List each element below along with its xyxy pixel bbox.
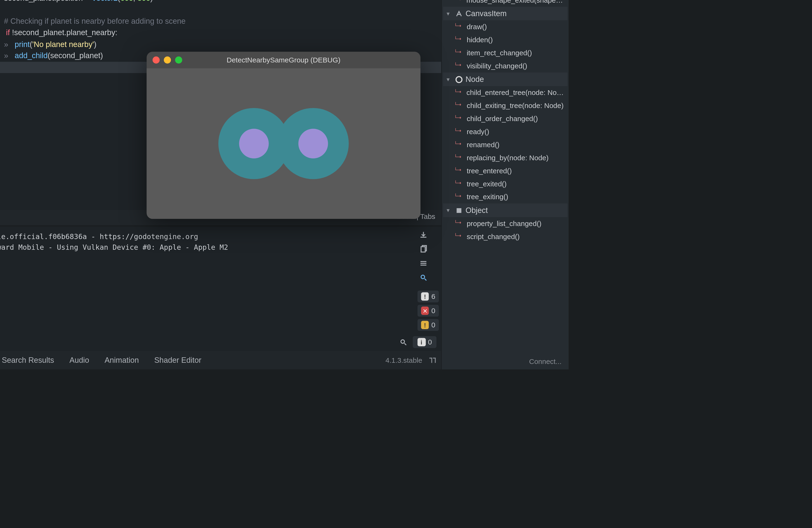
signal-item[interactable]: ⮡visibility_changed() bbox=[443, 59, 567, 72]
signal-item[interactable]: ⮡tree_entered() bbox=[443, 164, 567, 177]
output-download-icon[interactable] bbox=[417, 229, 429, 241]
output-search-icon[interactable] bbox=[417, 272, 429, 283]
tab-audio[interactable]: Audio bbox=[66, 353, 93, 367]
signal-item[interactable]: ⮡ready() bbox=[443, 125, 567, 138]
output-log[interactable]: Godot Engine v4.1.3.stable.official.f06b… bbox=[0, 226, 415, 333]
layout-icon[interactable] bbox=[428, 356, 436, 364]
signal-category-object[interactable]: ▾Object bbox=[443, 204, 567, 217]
svg-point-44 bbox=[401, 340, 405, 343]
debug-title: DetectNearbySameGroup (DEBUG) bbox=[227, 56, 341, 64]
close-icon[interactable] bbox=[153, 57, 160, 64]
signal-item[interactable]: ⮡child_exiting_tree(node: Node) bbox=[443, 99, 567, 112]
signal-item[interactable]: ⮡tree_exited() bbox=[443, 177, 567, 190]
minimize-icon[interactable] bbox=[164, 57, 171, 64]
svg-point-43 bbox=[421, 275, 424, 279]
info-count-badge[interactable]: !6 bbox=[417, 291, 439, 303]
signal-item[interactable]: ⮡hidden() bbox=[443, 33, 567, 46]
msg-count-badge[interactable]: i0 bbox=[412, 336, 436, 348]
signal-item[interactable]: ⮡script_changed() bbox=[443, 230, 567, 243]
filter-messages-input[interactable] bbox=[0, 336, 394, 349]
game-viewport[interactable] bbox=[147, 68, 420, 219]
signal-item[interactable]: ⮡replacing_by(node: Node) bbox=[443, 151, 567, 164]
search-icon[interactable] bbox=[397, 336, 409, 348]
svg-rect-42 bbox=[421, 247, 425, 252]
tab-animation[interactable]: Animation bbox=[101, 353, 142, 367]
signal-item[interactable]: ⮡mouse_shape_exited(shape_i... bbox=[443, 0, 567, 6]
signal-item[interactable]: ⮡renamed() bbox=[443, 138, 567, 151]
warning-count-badge[interactable]: !0 bbox=[417, 319, 439, 331]
tab-search-results[interactable]: Search Results bbox=[0, 353, 58, 367]
signal-category-node[interactable]: ▾Node bbox=[443, 72, 567, 86]
svg-point-51 bbox=[456, 76, 462, 82]
signal-item[interactable]: ⮡child_entered_tree(node: Node) bbox=[443, 86, 567, 99]
connect-link[interactable]: Connect... bbox=[529, 357, 562, 366]
signal-item[interactable]: ⮡item_rect_changed() bbox=[443, 46, 567, 59]
maximize-icon[interactable] bbox=[175, 57, 182, 64]
signal-item[interactable]: ⮡child_order_changed() bbox=[443, 112, 567, 125]
version-label[interactable]: 4.1.3.stable bbox=[386, 356, 422, 364]
svg-rect-52 bbox=[456, 208, 461, 213]
signal-category-canvas[interactable]: ▾CanvasItem bbox=[443, 6, 567, 20]
signal-item[interactable]: ⮡tree_exiting() bbox=[443, 190, 567, 204]
output-copy-icon[interactable] bbox=[417, 243, 429, 255]
signal-item[interactable]: ⮡property_list_changed() bbox=[443, 217, 567, 230]
error-count-badge[interactable]: ✕0 bbox=[417, 305, 439, 317]
signal-item[interactable]: ⮡draw() bbox=[443, 20, 567, 33]
output-collapse-icon[interactable] bbox=[417, 258, 429, 269]
debug-game-window[interactable]: DetectNearbySameGroup (DEBUG) bbox=[147, 52, 420, 219]
tab-shader[interactable]: Shader Editor bbox=[151, 353, 205, 367]
planet-2 bbox=[278, 108, 349, 179]
